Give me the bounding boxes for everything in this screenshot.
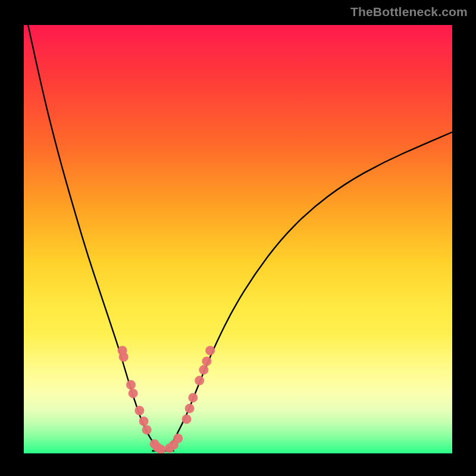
marker-left-2 (126, 380, 136, 390)
marker-right-4 (185, 403, 195, 413)
marker-right-6 (195, 376, 204, 386)
marker-left-1 (119, 352, 129, 362)
marker-right-9 (205, 346, 215, 355)
bottleneck-curve (28, 25, 452, 451)
marker-left-4 (134, 406, 144, 415)
marker-layer (118, 346, 215, 453)
marker-right-5 (188, 393, 198, 402)
marker-right-3 (182, 414, 192, 424)
watermark-text: TheBottleneck.com (350, 5, 468, 19)
plot-area (24, 25, 452, 453)
marker-left-6 (142, 425, 152, 434)
curve-layer (28, 25, 452, 451)
plot-svg (24, 25, 452, 453)
marker-left-5 (139, 416, 149, 426)
marker-right-7 (199, 365, 208, 375)
chart-frame: TheBottleneck.com (0, 0, 476, 476)
marker-right-2 (173, 434, 183, 443)
marker-right-8 (202, 356, 211, 366)
marker-left-3 (129, 389, 138, 398)
